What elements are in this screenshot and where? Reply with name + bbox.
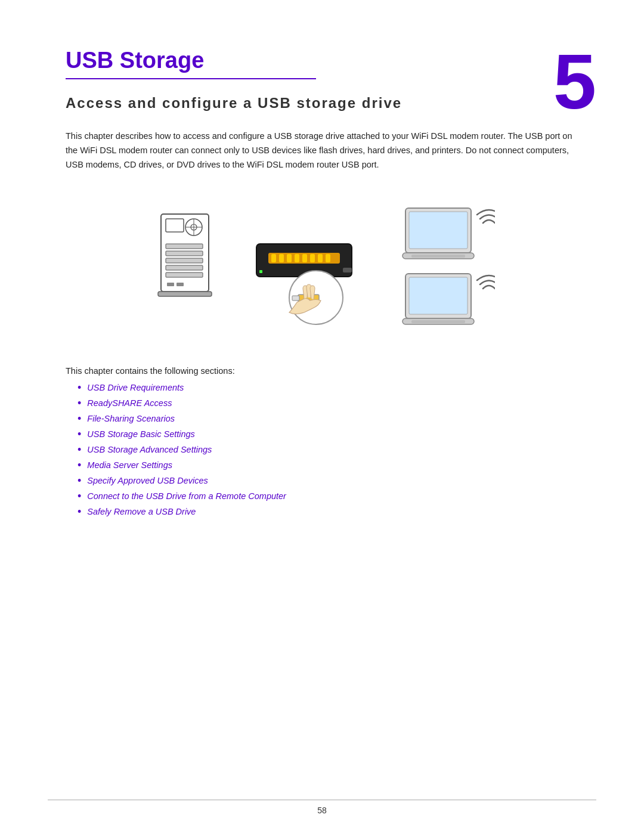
desktop-computer xyxy=(158,214,212,296)
svg-rect-18 xyxy=(287,254,292,262)
svg-rect-7 xyxy=(166,251,203,256)
svg-rect-6 xyxy=(166,244,203,249)
toc-intro: This chapter contains the following sect… xyxy=(66,366,578,376)
svg-rect-11 xyxy=(167,283,174,286)
svg-rect-19 xyxy=(295,254,299,262)
svg-rect-13 xyxy=(158,292,212,296)
svg-rect-17 xyxy=(279,254,284,262)
svg-rect-1 xyxy=(166,219,184,232)
toc-item[interactable]: Safely Remove a USB Drive xyxy=(78,507,578,518)
toc-list: USB Drive RequirementsReadySHARE AccessF… xyxy=(78,383,578,518)
toc-link-5[interactable]: Media Server Settings xyxy=(87,460,172,470)
router xyxy=(256,244,352,324)
toc-link-0[interactable]: USB Drive Requirements xyxy=(87,383,184,392)
toc-item[interactable]: ReadySHARE Access xyxy=(78,398,578,410)
svg-rect-22 xyxy=(318,254,323,262)
toc-item[interactable]: USB Drive Requirements xyxy=(78,383,578,394)
laptop-2 xyxy=(402,274,495,324)
toc-link-3[interactable]: USB Storage Basic Settings xyxy=(87,429,195,439)
svg-rect-12 xyxy=(177,283,184,286)
toc-item[interactable]: Specify Approved USB Devices xyxy=(78,476,578,487)
svg-rect-25 xyxy=(259,270,262,273)
toc-item[interactable]: Connect to the USB Drive from a Remote C… xyxy=(78,491,578,503)
toc-item[interactable]: USB Storage Advanced Settings xyxy=(78,445,578,456)
svg-rect-36 xyxy=(411,320,465,323)
svg-rect-23 xyxy=(326,254,330,262)
svg-rect-9 xyxy=(166,265,203,270)
toc-item[interactable]: Media Server Settings xyxy=(78,460,578,472)
toc-link-4[interactable]: USB Storage Advanced Settings xyxy=(87,445,212,454)
toc-link-6[interactable]: Specify Approved USB Devices xyxy=(87,476,208,485)
chapter-subtitle: Access and configure a USB storage drive xyxy=(66,95,578,112)
svg-rect-30 xyxy=(409,212,467,249)
toc-link-2[interactable]: File-Sharing Scenarios xyxy=(87,414,175,423)
svg-rect-24 xyxy=(343,268,352,272)
svg-rect-28 xyxy=(292,296,299,301)
svg-rect-10 xyxy=(166,272,203,277)
page-number: 58 xyxy=(317,806,327,815)
toc-link-1[interactable]: ReadySHARE Access xyxy=(87,398,172,408)
svg-rect-8 xyxy=(166,258,203,263)
toc-item[interactable]: USB Storage Basic Settings xyxy=(78,429,578,441)
svg-rect-34 xyxy=(409,277,467,314)
bottom-rule xyxy=(48,800,596,800)
svg-rect-16 xyxy=(271,254,276,262)
toc-link-8[interactable]: Safely Remove a USB Drive xyxy=(87,507,196,516)
laptop-1 xyxy=(402,208,495,259)
page: 5 USB Storage Access and configure a USB… xyxy=(0,0,644,833)
svg-rect-21 xyxy=(310,254,315,262)
chapter-title: USB Storage xyxy=(66,48,316,79)
chapter-number: 5 xyxy=(553,43,596,120)
svg-rect-20 xyxy=(302,254,307,262)
intro-paragraph: This chapter describes how to access and… xyxy=(66,129,578,172)
usb-diagram xyxy=(149,196,495,339)
diagram-area xyxy=(66,190,578,345)
toc-item[interactable]: File-Sharing Scenarios xyxy=(78,414,578,425)
toc-link-7[interactable]: Connect to the USB Drive from a Remote C… xyxy=(87,491,286,501)
svg-rect-32 xyxy=(411,255,465,258)
